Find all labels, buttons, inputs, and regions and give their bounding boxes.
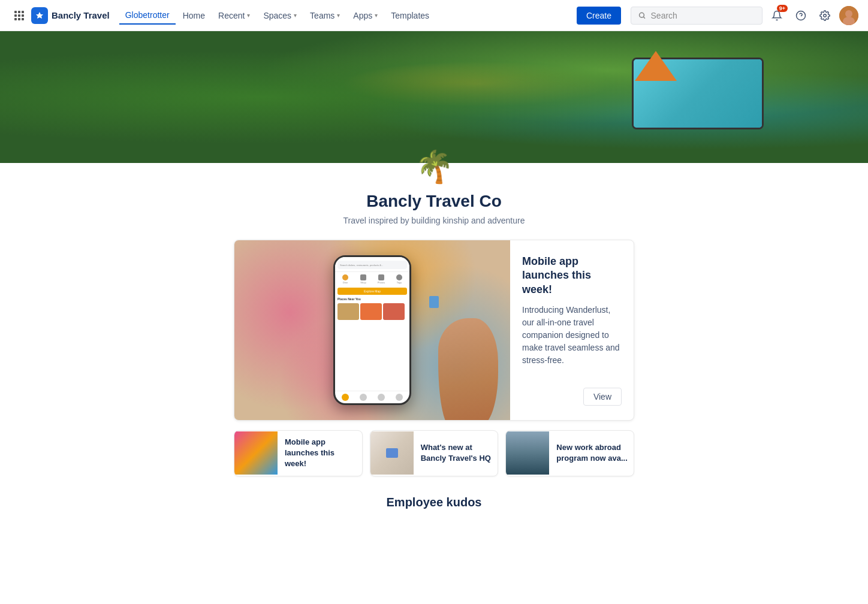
- phone-explore-btn: Explore Map: [337, 288, 407, 295]
- phone-header: Search dishes, restaurants, products &..…: [335, 257, 409, 272]
- phone-card-1: [337, 303, 359, 320]
- phone-card-2: [360, 303, 382, 320]
- nav-links: Globetrotter Home Recent ▾ Spaces ▾ Team…: [119, 7, 569, 25]
- company-tagline: Travel inspired by building kinship and …: [12, 216, 856, 225]
- avatar-image: [839, 6, 858, 25]
- phone-search-text: Search dishes, restaurants, products &..…: [340, 264, 383, 267]
- settings-button[interactable]: [815, 6, 834, 25]
- nav-logo[interactable]: Bancly Travel: [31, 7, 110, 24]
- umbrella-visual: [635, 51, 677, 81]
- palm-icon-container: 🌴: [0, 151, 868, 182]
- phone-bottom-home: [360, 394, 367, 401]
- notification-badge: 9+: [777, 5, 788, 12]
- phone-screen: Search dishes, restaurants, products &..…: [335, 257, 409, 403]
- svg-point-6: [845, 10, 852, 17]
- nav-link-recent[interactable]: Recent ▾: [212, 7, 256, 24]
- news-title-1: Mobile app launches this week!: [285, 437, 356, 470]
- grid-menu-icon[interactable]: [10, 6, 29, 25]
- nav-link-globetrotter[interactable]: Globetrotter: [119, 7, 176, 25]
- phone-nav-icons: Dine Shop Photos Tags: [335, 272, 409, 286]
- view-button[interactable]: View: [583, 388, 622, 406]
- search-input[interactable]: [651, 11, 755, 20]
- phone-search-bar: Search dishes, restaurants, products &..…: [337, 261, 407, 269]
- search-box[interactable]: [631, 7, 762, 25]
- news-card-1[interactable]: Mobile app launches this week!: [234, 430, 363, 476]
- nav-link-teams[interactable]: Teams ▾: [304, 7, 346, 24]
- phone-icon-photos: Photos: [376, 274, 386, 284]
- phone-places-label: Places Near You: [335, 296, 409, 302]
- featured-image: Search dishes, restaurants, products &..…: [234, 240, 510, 420]
- phone-card-3: [383, 303, 405, 320]
- phone-icon-tags: Tags: [394, 274, 404, 284]
- news-text-1: Mobile app launches this week!: [285, 431, 362, 476]
- create-button[interactable]: Create: [577, 7, 621, 25]
- phone-icon-dine: Dine: [340, 274, 350, 284]
- logo-icon: [31, 7, 48, 24]
- nav-right: 9+: [631, 6, 858, 25]
- hero-banner: [0, 31, 868, 163]
- featured-card: Search dishes, restaurants, products &..…: [234, 240, 634, 421]
- news-thumb-1: [234, 431, 278, 475]
- main-content: Search dishes, restaurants, products &..…: [224, 240, 644, 533]
- news-row: Mobile app launches this week! What's ne…: [234, 430, 634, 476]
- gear-icon: [819, 10, 830, 21]
- nav-link-templates[interactable]: Templates: [385, 7, 435, 24]
- chevron-down-icon: ▾: [375, 12, 378, 19]
- news-text-2: What's new at Bancly Travel's HQ: [421, 436, 498, 470]
- help-button[interactable]: [791, 6, 810, 25]
- company-name: Bancly Travel Co: [12, 192, 856, 211]
- phone-icon-shop: Shop: [358, 274, 368, 284]
- news-card-3[interactable]: New work abroad program now ava...: [505, 430, 634, 476]
- chevron-down-icon: ▾: [337, 12, 340, 19]
- phone-mockup: Search dishes, restaurants, products &..…: [333, 255, 411, 405]
- help-icon: [795, 10, 806, 21]
- featured-title: Mobile app launches this week!: [522, 255, 622, 297]
- phone-bottom-search: [342, 394, 349, 401]
- phone-bottom-nav: [335, 391, 409, 403]
- company-section: Bancly Travel Co Travel inspired by buil…: [0, 182, 868, 240]
- search-icon: [638, 11, 646, 20]
- news-text-3: New work abroad program now ava...: [556, 436, 634, 470]
- notifications-button[interactable]: 9+: [767, 6, 786, 25]
- svg-point-4: [824, 14, 827, 17]
- kudos-title: Employee kudos: [234, 496, 634, 509]
- phone-bottom-bell: [378, 394, 385, 401]
- news-thumb-2: [370, 431, 414, 475]
- nav-link-apps[interactable]: Apps ▾: [347, 7, 384, 24]
- logo-text: Bancly Travel: [52, 10, 110, 20]
- news-title-3: New work abroad program now ava...: [556, 442, 628, 464]
- news-thumb-3: [506, 431, 549, 475]
- avatar[interactable]: [839, 6, 858, 25]
- chevron-down-icon: ▾: [294, 12, 297, 19]
- phone-cards: [335, 302, 409, 321]
- featured-description: Introducing Wanderlust, our all-in-one t…: [522, 304, 622, 376]
- news-card-2[interactable]: What's new at Bancly Travel's HQ: [370, 430, 499, 476]
- palm-tree-icon: 🌴: [415, 149, 454, 184]
- navbar: Bancly Travel Globetrotter Home Recent ▾…: [0, 0, 868, 31]
- hand-visual: [438, 318, 498, 420]
- nav-link-home[interactable]: Home: [177, 7, 211, 24]
- chevron-down-icon: ▾: [247, 12, 250, 19]
- phone-bottom-profile: [396, 394, 403, 401]
- featured-info: Mobile app launches this week! Introduci…: [510, 240, 634, 420]
- svg-line-1: [643, 16, 645, 18]
- nav-link-spaces[interactable]: Spaces ▾: [257, 7, 303, 24]
- kudos-section: Employee kudos: [234, 496, 634, 509]
- news-title-2: What's new at Bancly Travel's HQ: [421, 442, 492, 464]
